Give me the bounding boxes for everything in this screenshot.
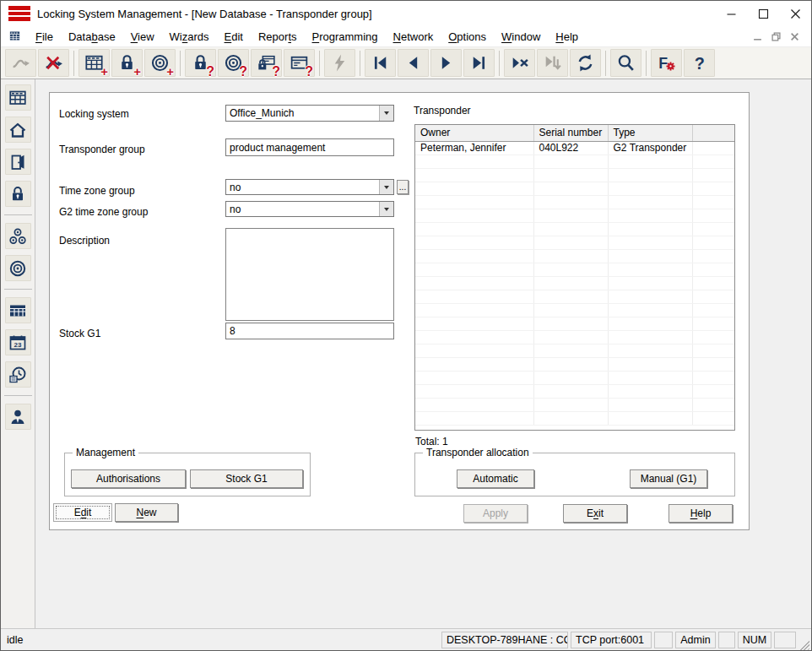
table-cell (415, 344, 533, 357)
menu-item-view[interactable]: View (123, 28, 162, 46)
menu-item-network[interactable]: Network (386, 28, 441, 46)
empty-table-row (415, 249, 735, 263)
table-cell (608, 330, 692, 344)
new-button[interactable]: New (115, 503, 178, 522)
menu-item-window[interactable]: Window (494, 28, 548, 46)
table-cell (533, 357, 608, 371)
program-button[interactable] (324, 49, 355, 77)
title-bar: Locking System Management - [New Databas… (1, 1, 811, 26)
read-lock-button[interactable]: ? (185, 49, 216, 77)
last-record-button[interactable] (463, 49, 495, 77)
sidebar-item-transponders[interactable] (5, 255, 31, 281)
new-lock-button[interactable]: + (111, 49, 143, 77)
column-header-blank[interactable] (692, 125, 735, 141)
empty-table-row (415, 411, 735, 425)
toolbar-separator (646, 51, 647, 76)
question-badge-icon: ? (305, 65, 313, 78)
exit-button[interactable]: Exit (563, 504, 627, 523)
table-row[interactable]: Peterman, Jennifer040L922G2 Transponder (415, 141, 735, 155)
sidebar-item-transponder-groups[interactable] (5, 223, 31, 249)
sidebar-item-time-zone-plan[interactable] (5, 361, 31, 388)
mdi-close-button[interactable] (786, 30, 803, 43)
column-header-type[interactable]: Type (608, 125, 692, 141)
next-record-button[interactable] (430, 49, 462, 77)
skip-record-button[interactable] (537, 49, 568, 77)
automatic-button[interactable]: Automatic (457, 469, 534, 488)
table-cell (692, 195, 735, 209)
table-cell (533, 195, 608, 209)
manual-g1-button[interactable]: Manual (G1) (630, 469, 707, 488)
filter-settings-button[interactable]: F (651, 49, 682, 77)
table-cell (533, 344, 608, 357)
refresh-button[interactable] (570, 49, 601, 77)
chevron-down-icon[interactable] (379, 180, 393, 194)
locking-system-select[interactable]: Office_Munich (225, 105, 394, 122)
menu-item-options[interactable]: Options (441, 28, 494, 46)
edit-button[interactable]: Edit (53, 503, 112, 522)
menu-item-database[interactable]: Database (61, 28, 123, 46)
new-locking-system-button[interactable]: + (78, 49, 110, 77)
sidebar-item-matrix[interactable] (5, 297, 31, 323)
empty-table-row (415, 344, 735, 357)
search-button[interactable] (610, 49, 641, 77)
menu-item-help[interactable]: Help (548, 28, 586, 46)
remove-record-button[interactable] (504, 49, 535, 77)
question-badge-icon: ? (206, 65, 214, 78)
status-user: Admin (675, 632, 716, 648)
connect-button[interactable] (5, 49, 36, 77)
table-cell (692, 411, 735, 425)
sidebar-item-doors[interactable] (5, 149, 31, 175)
apply-button[interactable]: Apply (463, 504, 528, 523)
read-card-button[interactable]: ? (284, 49, 315, 77)
column-header-serial-number[interactable]: Serial number (533, 125, 608, 141)
column-header-owner[interactable]: Owner (415, 125, 533, 141)
chevron-down-icon[interactable] (379, 106, 393, 121)
table-cell (608, 168, 692, 182)
table-cell (533, 317, 608, 330)
chevron-down-icon[interactable] (379, 202, 393, 216)
first-record-button[interactable] (365, 49, 396, 77)
plus-badge-icon: + (133, 65, 141, 78)
empty-table-row (415, 303, 735, 317)
description-textarea[interactable] (225, 228, 394, 321)
disconnect-button[interactable] (38, 49, 69, 77)
sidebar-item-locks[interactable] (5, 181, 31, 207)
minimize-button[interactable] (715, 1, 747, 26)
time-zone-group-select[interactable]: no (225, 179, 394, 195)
maximize-button[interactable] (747, 1, 779, 26)
table-cell (608, 182, 692, 195)
mdi-restore-button[interactable] (767, 30, 784, 43)
previous-record-button[interactable] (398, 49, 429, 77)
table-cell (533, 398, 608, 411)
sidebar-item-matrix-view[interactable] (5, 84, 31, 111)
time-zone-more-button[interactable]: ... (397, 180, 409, 194)
resize-grip[interactable] (798, 639, 809, 650)
table-cell (533, 303, 608, 317)
table-cell (415, 155, 533, 168)
read-mifare-lock-button[interactable]: ? (251, 49, 282, 77)
help-button[interactable]: Help (669, 504, 733, 523)
menu-item-edit[interactable]: Edit (217, 28, 251, 46)
menu-item-file[interactable]: File (28, 28, 61, 46)
empty-table-row (415, 236, 735, 249)
g2-time-zone-group-select[interactable]: no (225, 201, 394, 217)
read-transponder-button[interactable]: ? (218, 49, 249, 77)
sidebar-item-calendar[interactable]: 23 (5, 329, 31, 355)
sidebar-item-home[interactable] (5, 117, 31, 143)
help-button[interactable]: ? (684, 49, 715, 77)
table-cell (608, 344, 692, 357)
new-transponder-button[interactable]: + (144, 49, 176, 77)
sidebar-item-persons[interactable] (5, 404, 31, 430)
close-button[interactable] (779, 1, 811, 26)
menu-item-programming[interactable]: Programming (305, 28, 386, 46)
table-cell (692, 236, 735, 249)
transponder-group-input[interactable] (225, 138, 394, 156)
table-cell (415, 303, 533, 317)
stock-g1-input[interactable] (225, 323, 394, 339)
stock-g1-label: Stock G1 (59, 328, 100, 339)
menu-item-reports[interactable]: Reports (251, 28, 305, 46)
stock-g1-button[interactable]: Stock G1 (190, 469, 303, 488)
mdi-minimize-button[interactable] (749, 30, 766, 43)
menu-item-wizards[interactable]: Wizards (162, 28, 217, 46)
authorisations-button[interactable]: Authorisations (71, 469, 186, 488)
